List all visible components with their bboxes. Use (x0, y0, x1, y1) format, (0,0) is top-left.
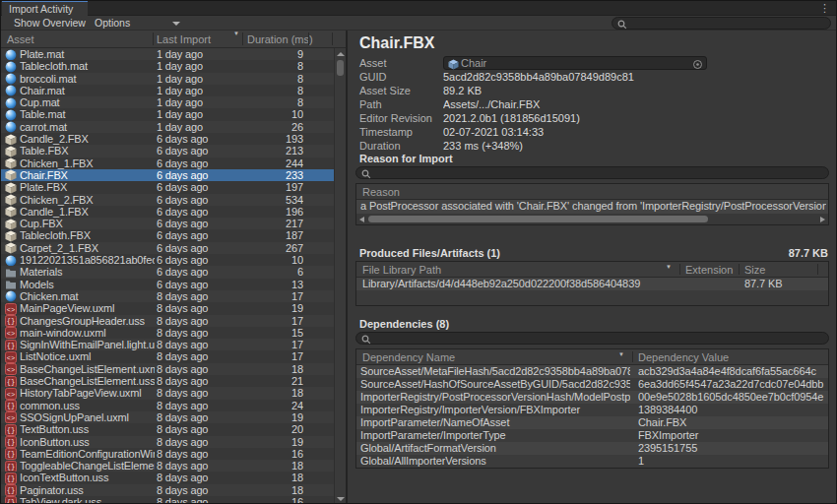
scroll-left-icon[interactable] (359, 217, 364, 222)
asset-duration: 217 (286, 218, 303, 229)
column-divider[interactable] (632, 351, 633, 362)
column-header-reason[interactable]: Reason (362, 184, 400, 200)
folder-icon (5, 267, 17, 279)
column-header-extension[interactable]: Extension (685, 262, 733, 278)
asset-table-header: Asset Last Import ▼ Duration (ms) (1, 31, 346, 48)
column-divider[interactable] (739, 264, 740, 275)
column-header-asset[interactable]: Asset (7, 31, 34, 48)
asset-row[interactable]: {}IconButton.uss8 days ago19 (1, 436, 334, 448)
column-divider[interactable] (679, 264, 680, 275)
asset-row[interactable]: Models6 days ago13 (1, 279, 334, 290)
column-header-dependency-value[interactable]: Dependency Value (638, 349, 729, 365)
reason-row[interactable]: a PostProcessor associated with 'Chair.F… (356, 200, 828, 214)
scroll-right-icon[interactable] (820, 217, 825, 222)
asset-row[interactable]: <>MainPageView.uxml8 days ago19 (1, 302, 334, 314)
asset-object-field[interactable]: Chair (443, 56, 707, 70)
column-header-file-library-path[interactable]: File Library Path (362, 262, 441, 278)
tab-import-activity[interactable]: Import Activity (2, 1, 88, 16)
object-picker-icon[interactable] (692, 59, 703, 70)
asset-row[interactable]: Chicken.mat8 days ago17 (1, 290, 334, 302)
asset-row[interactable]: {}SignInWithEmailPanel.light.uss8 days a… (1, 339, 334, 350)
asset-row[interactable]: {}common.uss8 days ago24 (1, 400, 334, 411)
uss-icon: {} (5, 484, 17, 496)
dependency-row[interactable]: Global/ArtifactFormatVersion2395151755 (356, 442, 828, 455)
scroll-down-icon[interactable] (337, 497, 345, 501)
asset-row[interactable]: Carpet_2_1.FBX6 days ago267 (1, 242, 334, 254)
asset-row[interactable]: {}BaseChangeListElement.uss8 days ago21 (1, 375, 334, 387)
info-value: Assets/.../Chair.FBX (443, 97, 828, 111)
produced-row[interactable]: Library/Artifacts/d4/d448eb92a250d022200… (356, 278, 828, 290)
asset-row[interactable]: Cup.FBX6 days ago217 (1, 218, 334, 229)
asset-row[interactable]: {}ToggleableChangeListElement.uss8 days … (1, 460, 334, 472)
asset-row[interactable]: <>BaseChangeListElement.uxml8 days ago18 (1, 363, 334, 375)
vertical-scrollbar[interactable] (334, 48, 346, 503)
dependency-row[interactable]: ImporterRegistry/ImporterVersion/FBXImpo… (356, 404, 828, 416)
asset-duration: 18 (291, 484, 303, 496)
asset-row[interactable]: Tablecloth.FBX6 days ago187 (1, 229, 334, 241)
asset-row[interactable]: <>main-window.uxml8 days ago15 (1, 327, 334, 339)
reason-search-input[interactable] (374, 167, 822, 178)
column-header-last-import[interactable]: Last Import (157, 31, 211, 48)
asset-name: SignInWithEmailPanel.light.uss (20, 339, 155, 350)
asset-row[interactable]: Chair.FBX6 days ago233 (1, 169, 334, 181)
show-overview-button[interactable]: Show Overview (14, 16, 86, 31)
column-header-size[interactable]: Size (744, 262, 765, 278)
chevron-down-icon[interactable] (172, 22, 180, 26)
asset-row[interactable]: <>HistoryTabPageView.uxml8 days ago18 (1, 387, 334, 399)
dependency-row[interactable]: ImporterRegistry/PostProcessorVersionHas… (356, 391, 828, 404)
column-header-dependency-name[interactable]: Dependency Name (362, 349, 455, 365)
column-divider[interactable] (153, 32, 154, 45)
dependency-row[interactable]: ImportParameter/NameOfAssetChair.FBX (356, 416, 828, 429)
column-divider[interactable] (242, 32, 243, 45)
dependencies-search-input[interactable] (374, 333, 822, 344)
dependencies-search-field[interactable] (355, 332, 829, 345)
asset-row[interactable]: {}TabView.dark.uss8 days ago16 (1, 496, 334, 503)
asset-row[interactable]: Materials6 days ago6 (1, 266, 334, 278)
asset-row[interactable]: Cup.mat1 day ago8 (1, 96, 334, 108)
asset-row[interactable]: Tablecloth.mat1 day ago8 (1, 60, 334, 72)
asset-row[interactable]: Table.FBX6 days ago213 (1, 145, 334, 157)
column-divider[interactable] (308, 32, 309, 45)
column-header-duration[interactable]: Duration (ms) (247, 31, 313, 48)
asset-row[interactable]: <>ListNotice.uxml8 days ago17 (1, 350, 334, 362)
reason-search-field[interactable] (355, 166, 829, 179)
asset-row[interactable]: {}Paginator.uss8 days ago18 (1, 484, 334, 496)
scrollbar-thumb[interactable] (368, 216, 708, 222)
asset-row[interactable]: broccoli.mat1 day ago8 (1, 73, 334, 85)
dependency-row[interactable]: Global/AllImporterVersions1 (356, 455, 828, 468)
asset-row[interactable]: Chicken_2.FBX6 days ago534 (1, 194, 334, 206)
asset-row[interactable]: carrot.mat1 day ago26 (1, 121, 334, 133)
options-dropdown[interactable]: Options (95, 16, 130, 31)
detail-panel: Chair.FBX Asset Chair GUID5acd2d82c9358b… (348, 31, 836, 503)
column-divider[interactable] (332, 32, 333, 45)
horizontal-scrollbar[interactable] (356, 214, 828, 224)
uss-icon: {} (5, 424, 17, 436)
asset-row[interactable]: Candle_2.FBX6 days ago193 (1, 133, 334, 145)
dependency-row[interactable]: ImportParameter/ImporterTypeFBXImporter (356, 429, 828, 442)
asset-row[interactable]: {}IconTextButton.uss8 days ago18 (1, 472, 334, 483)
toolbar-search-field[interactable] (612, 17, 831, 30)
search-icon (617, 20, 627, 30)
asset-row[interactable]: Plate.mat1 day ago9 (1, 48, 334, 60)
asset-row[interactable]: Chair.mat1 day ago8 (1, 85, 334, 96)
asset-duration: 18 (291, 472, 303, 483)
asset-row[interactable]: 19122021351a856821ab0fec5866 days ago10 (1, 254, 334, 266)
asset-row[interactable]: <>SSOSignUpPanel.uxml8 days ago19 (1, 411, 334, 423)
asset-row[interactable]: Table.mat1 day ago10 (1, 108, 334, 120)
asset-row[interactable]: Candle_1.FBX6 days ago196 (1, 206, 334, 218)
toolbar-search-input[interactable] (630, 18, 824, 29)
asset-row[interactable]: Plate.FBX6 days ago197 (1, 181, 334, 193)
asset-row[interactable]: {}TextButton.uss8 days ago20 (1, 423, 334, 435)
asset-row[interactable]: {}ChangesGroupHeader.uss8 days ago17 (1, 315, 334, 327)
svg-text:{}: {} (7, 438, 15, 446)
dependency-row[interactable]: SourceAsset/HashOfSourceAssetByGUID/5acd… (356, 378, 828, 391)
model-icon (5, 194, 17, 206)
kebab-menu-icon[interactable]: ⋮ (819, 1, 830, 16)
scroll-up-icon[interactable] (337, 52, 345, 56)
asset-name: Cup.FBX (20, 218, 155, 229)
asset-row[interactable]: {}TeamEditionConfigurationWindow.uss8 da… (1, 448, 334, 460)
dependency-row[interactable]: SourceAsset/MetaFileHash/5acd2d82c9358bb… (356, 365, 828, 378)
column-divider[interactable] (817, 264, 818, 275)
scrollbar-thumb[interactable] (337, 60, 344, 76)
asset-row[interactable]: Chicken_1.FBX6 days ago244 (1, 158, 334, 169)
